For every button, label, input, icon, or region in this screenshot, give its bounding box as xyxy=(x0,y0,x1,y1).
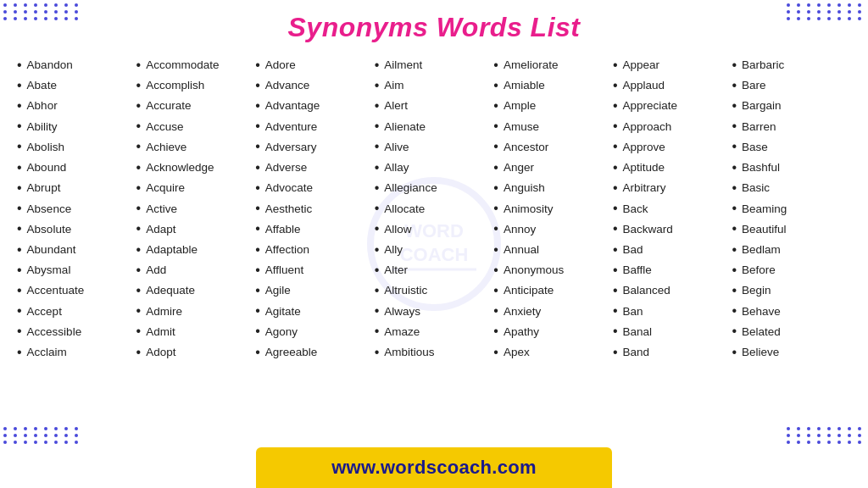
list-item: •Appear xyxy=(613,55,732,75)
list-item: •Before xyxy=(732,260,851,280)
list-item: •Bashful xyxy=(732,158,851,177)
bullet-icon: • xyxy=(613,346,618,359)
bullet-icon: • xyxy=(375,202,380,215)
word-label: Backward xyxy=(623,219,673,239)
bullet-icon: • xyxy=(136,304,142,318)
list-item: •Believe xyxy=(732,342,851,362)
bullet-icon: • xyxy=(375,161,380,175)
word-label: Acknowledge xyxy=(146,158,214,177)
bullet-icon: • xyxy=(493,58,498,72)
list-item: •Adore xyxy=(255,55,375,75)
bullet-icon: • xyxy=(17,263,22,277)
bullet-icon: • xyxy=(613,284,618,297)
word-label: Balanced xyxy=(623,280,670,300)
bullet-icon: • xyxy=(17,284,22,297)
list-item: •Beaming xyxy=(732,199,851,219)
list-item: •Applaud xyxy=(613,75,732,95)
bullet-icon: • xyxy=(732,263,737,277)
word-label: Advantage xyxy=(265,96,320,115)
bullet-icon: • xyxy=(613,99,618,113)
words-grid: •Abandon•Abate•Abhor•Ability•Abolish•Abo… xyxy=(0,52,868,362)
list-item: •Ability xyxy=(17,117,136,136)
word-label: Acclaim xyxy=(27,342,67,362)
word-column-col5: •Ameliorate•Amiable•Ample•Amuse•Ancestor… xyxy=(493,55,613,362)
list-item: •Accurate xyxy=(136,96,256,115)
bullet-icon: • xyxy=(255,243,260,257)
list-item: •Admire xyxy=(136,302,256,321)
list-item: •Achieve xyxy=(136,137,256,157)
bullet-icon: • xyxy=(613,263,618,277)
list-item: •Agile xyxy=(255,280,375,300)
list-item: •Alert xyxy=(375,96,494,115)
bullet-icon: • xyxy=(732,58,737,72)
list-item: •Begin xyxy=(732,280,851,300)
bullet-icon: • xyxy=(613,304,618,318)
bullet-icon: • xyxy=(255,263,260,277)
page-title: Synonyms Words List xyxy=(0,12,868,43)
bullet-icon: • xyxy=(136,324,142,338)
list-item: •Adverse xyxy=(255,158,375,177)
word-label: Adventure xyxy=(265,117,318,136)
bullet-icon: • xyxy=(613,119,618,133)
word-label: Adaptable xyxy=(146,240,198,259)
bullet-icon: • xyxy=(375,263,380,277)
list-item: •Advocate xyxy=(255,178,375,197)
word-label: Affection xyxy=(265,240,309,259)
bullet-icon: • xyxy=(613,222,618,236)
word-label: Ameliorate xyxy=(504,55,559,75)
bullet-icon: • xyxy=(255,304,260,318)
word-column-col2: •Accommodate•Accomplish•Accurate•Accuse•… xyxy=(136,55,256,362)
list-item: •Ambitious xyxy=(375,342,494,362)
word-label: Banal xyxy=(623,322,653,341)
word-label: Agitate xyxy=(265,302,301,321)
list-item: •Accentuate xyxy=(17,280,136,300)
list-item: •Affluent xyxy=(255,260,375,280)
list-item: •Amiable xyxy=(493,75,613,95)
list-item: •Altruistic xyxy=(375,280,494,300)
bullet-icon: • xyxy=(255,202,260,215)
word-label: Abundant xyxy=(27,240,76,259)
list-item: •Ample xyxy=(493,96,613,115)
word-label: Begin xyxy=(742,280,771,300)
list-item: •Adaptable xyxy=(136,240,256,259)
word-label: Alienate xyxy=(384,117,426,136)
word-label: Beautiful xyxy=(742,219,787,239)
bullet-icon: • xyxy=(493,181,498,195)
bullet-icon: • xyxy=(493,161,498,175)
dots-bottom-left xyxy=(3,427,81,444)
list-item: •Apex xyxy=(493,342,613,362)
bullet-icon: • xyxy=(136,140,142,153)
word-label: Affable xyxy=(265,219,301,239)
word-label: Absolute xyxy=(27,219,72,239)
list-item: •Backward xyxy=(613,219,732,239)
bullet-icon: • xyxy=(732,284,737,297)
word-label: Belated xyxy=(742,322,781,341)
word-label: Before xyxy=(742,260,776,280)
list-item: •Alter xyxy=(375,260,494,280)
list-item: •Abundant xyxy=(17,240,136,259)
word-label: Affluent xyxy=(265,260,304,280)
list-item: •Accessible xyxy=(17,322,136,341)
bullet-icon: • xyxy=(375,222,380,236)
word-label: Aesthetic xyxy=(265,199,313,219)
bullet-icon: • xyxy=(255,346,260,359)
list-item: •Acclaim xyxy=(17,342,136,362)
list-item: •Affection xyxy=(255,240,375,259)
word-label: Anticipate xyxy=(504,280,554,300)
word-label: Applaud xyxy=(623,75,665,95)
list-item: •Accomplish xyxy=(136,75,256,95)
word-label: Accommodate xyxy=(146,55,219,75)
bullet-icon: • xyxy=(136,346,142,359)
bullet-icon: • xyxy=(375,324,380,338)
list-item: •Absolute xyxy=(17,219,136,239)
word-label: Anxiety xyxy=(504,302,541,321)
list-item: •Abolish xyxy=(17,137,136,157)
bullet-icon: • xyxy=(255,222,260,236)
bullet-icon: • xyxy=(255,324,260,338)
list-item: •Ancestor xyxy=(493,137,613,157)
bullet-icon: • xyxy=(493,119,498,133)
list-item: •Active xyxy=(136,199,256,219)
word-label: Agile xyxy=(265,280,291,300)
list-item: •Bedlam xyxy=(732,240,851,259)
list-item: •Absence xyxy=(17,199,136,219)
